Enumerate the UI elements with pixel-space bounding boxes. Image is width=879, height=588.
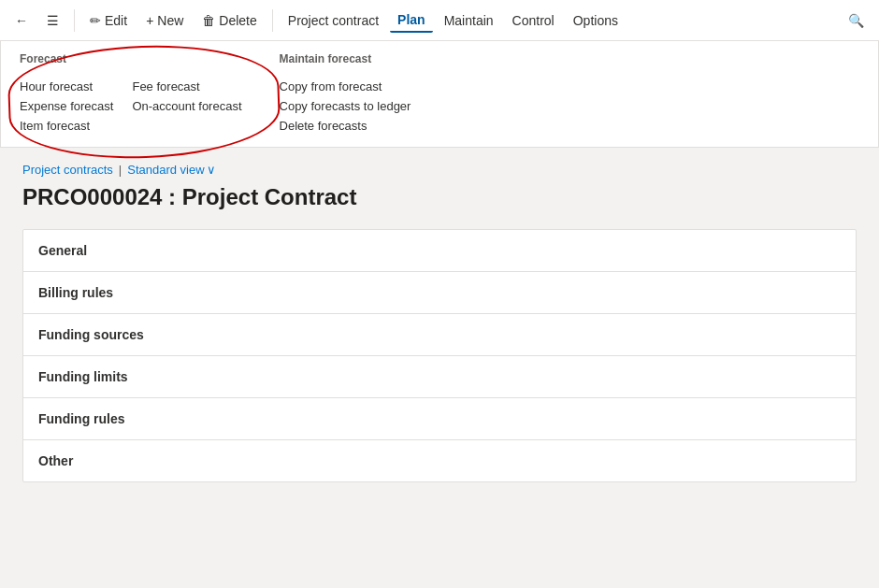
new-button[interactable]: + New <box>138 9 191 32</box>
maintain-forecast-section: Maintain forecast Copy from forecast Cop… <box>280 52 411 136</box>
copy-forecasts-to-ledger-item[interactable]: Copy forecasts to ledger <box>280 96 411 116</box>
accordion-item-funding-sources[interactable]: Funding sources <box>23 314 856 356</box>
control-tab[interactable]: Control <box>505 9 562 32</box>
plan-label: Plan <box>397 12 425 27</box>
delete-button[interactable]: 🗑 Delete <box>195 9 264 32</box>
toolbar: ← ☰ ✏ Edit + New 🗑 Delete Project contra… <box>0 0 879 41</box>
menu-button[interactable]: ☰ <box>39 9 66 32</box>
forecast-col-1: Hour forecast Expense forecast Item fore… <box>20 77 113 136</box>
accordion-item-funding-rules[interactable]: Funding rules <box>23 398 856 440</box>
new-label: New <box>157 13 183 28</box>
project-contract-label: Project contract <box>288 13 379 28</box>
delete-label: Delete <box>219 13 256 28</box>
breadcrumb-link[interactable]: Project contracts <box>22 163 113 177</box>
search-button[interactable]: 🔍 <box>841 9 872 32</box>
forecast-title: Forecast <box>20 52 242 69</box>
project-contract-tab[interactable]: Project contract <box>281 9 386 32</box>
options-label: Options <box>573 13 618 28</box>
page-title: PRCO000024 : Project Contract <box>22 184 857 210</box>
forecast-col-2: Fee forecast On-account forecast <box>132 77 241 136</box>
standard-view-dropdown[interactable]: Standard view ∨ <box>127 163 215 177</box>
divider-1 <box>74 9 75 32</box>
accordion-item-funding-limits[interactable]: Funding limits <box>23 356 856 398</box>
maintain-label: Maintain <box>444 13 494 28</box>
delete-icon: 🗑 <box>202 13 215 28</box>
on-account-forecast-item[interactable]: On-account forecast <box>132 96 241 116</box>
maintain-tab[interactable]: Maintain <box>437 9 501 32</box>
search-icon: 🔍 <box>848 13 864 28</box>
main-content: Project contracts | Standard view ∨ PRCO… <box>0 148 879 497</box>
forecast-columns: Hour forecast Expense forecast Item fore… <box>20 77 242 136</box>
accordion-item-billing-rules[interactable]: Billing rules <box>23 272 856 314</box>
dropdown-menu: Forecast Hour forecast Expense forecast … <box>0 41 879 148</box>
edit-button[interactable]: ✏ Edit <box>82 9 135 32</box>
accordion-item-other[interactable]: Other <box>23 440 856 481</box>
chevron-down-icon: ∨ <box>207 163 216 177</box>
options-tab[interactable]: Options <box>566 9 626 32</box>
hour-forecast-item[interactable]: Hour forecast <box>20 77 113 96</box>
copy-from-forecast-item[interactable]: Copy from forecast <box>280 77 411 96</box>
accordion-container: GeneralBilling rulesFunding sourcesFundi… <box>22 229 857 482</box>
item-forecast-item[interactable]: Item forecast <box>20 116 113 136</box>
edit-icon: ✏ <box>90 13 101 28</box>
delete-forecasts-item[interactable]: Delete forecasts <box>280 116 411 136</box>
plus-icon: + <box>146 13 153 28</box>
control-label: Control <box>512 13 555 28</box>
fee-forecast-item[interactable]: Fee forecast <box>132 77 241 96</box>
plan-tab[interactable]: Plan <box>390 8 433 33</box>
edit-label: Edit <box>105 13 127 28</box>
breadcrumb-separator: | <box>119 163 122 177</box>
back-icon: ← <box>15 13 28 28</box>
maintain-forecast-title: Maintain forecast <box>280 52 411 69</box>
breadcrumb: Project contracts | Standard view ∨ <box>22 163 857 177</box>
accordion-item-general[interactable]: General <box>23 230 856 272</box>
divider-2 <box>272 9 273 32</box>
forecast-section: Forecast Hour forecast Expense forecast … <box>20 52 242 136</box>
back-button[interactable]: ← <box>7 9 36 32</box>
menu-icon: ☰ <box>47 13 59 28</box>
expense-forecast-item[interactable]: Expense forecast <box>20 96 113 116</box>
view-label: Standard view <box>127 163 204 177</box>
